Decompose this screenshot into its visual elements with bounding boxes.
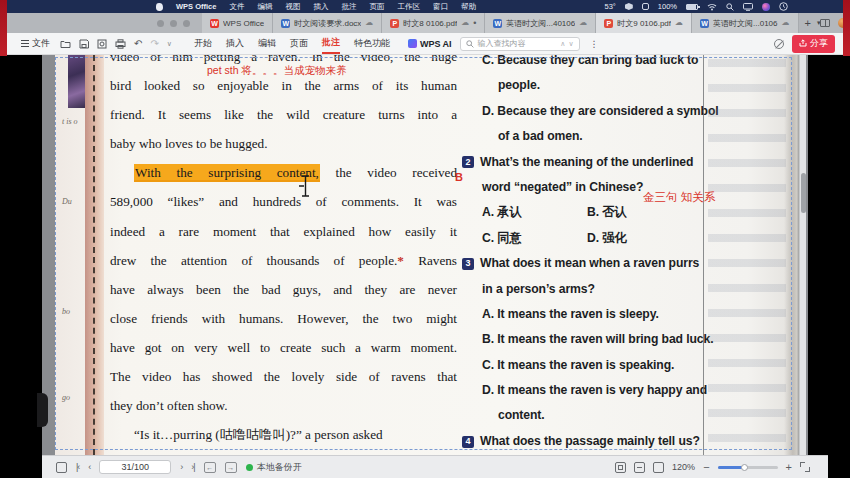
ribbon-tab-编辑[interactable]: 编辑 [258,33,276,54]
statusbar-left: |‹ ‹ 31/100 › ›| ← → 本地备份开 [42,460,302,474]
cloud-sync-icon: ☁ [782,19,790,27]
fit-width-icon[interactable] [634,462,645,473]
option: C. It means the raven is speaking. [462,353,712,378]
question-text: What does the passage mainly tell us? [480,429,700,454]
display-mirror-icon[interactable] [743,3,753,11]
tab-4[interactable]: P时文9 0106.pdf☁ [596,13,692,33]
pdf-canvas[interactable]: t is oDubogo video of him petting a rave… [42,55,808,455]
sidebar-toggle-handle[interactable] [37,393,48,427]
menu-item-4[interactable]: 批注 [341,2,356,12]
page-view-icon[interactable] [56,462,67,473]
next-view-icon[interactable]: → [225,462,237,473]
minimize-window-button[interactable] [170,20,177,27]
ribbon-tab-批注[interactable]: 批注 [322,33,340,54]
zoom-out-button[interactable]: − [703,461,709,473]
fullscreen-icon[interactable] [800,462,810,472]
ribbon-tab-开始[interactable]: 开始 [194,33,212,54]
search-icon [466,40,474,48]
option: C. Because they can bring bad luck to [462,55,712,73]
backup-on-dot [246,464,253,471]
backup-status[interactable]: 本地备份开 [246,461,302,474]
page-showthrough [708,59,786,451]
menu-item-8[interactable]: 帮助 [461,2,476,12]
fit-page-icon[interactable] [615,462,626,473]
passage-line: “Is it…purring (咕噜咕噜叫)?” a person asked [110,420,457,449]
option: B. It means the raven will bring bad luc… [462,327,712,352]
menu-item-3[interactable]: 插入 [313,2,328,12]
control-center-clock-icon[interactable] [779,2,788,11]
cut-line [93,55,95,455]
ribbon-tab-特色功能[interactable]: 特色功能 [354,33,390,54]
find-prev-next-icons[interactable]: ∧∨ [560,40,573,48]
wifi-icon[interactable] [707,3,717,11]
scrollbar-thumb[interactable] [801,173,806,213]
close-window-button[interactable] [157,20,164,27]
tab-1[interactable]: W时文阅读要求.docx☁ [273,13,382,33]
zoom-in-button[interactable]: + [786,461,792,473]
menu-item-2[interactable]: 视图 [285,2,300,12]
next-page-button[interactable]: › [180,462,182,472]
ribbon-tab-插入[interactable]: 插入 [226,33,244,54]
menu-item-7[interactable]: 窗口 [433,2,448,12]
ribbon-tab-页面[interactable]: 页面 [290,33,308,54]
wps-ai-button[interactable]: WPS AI [400,39,460,49]
tab-3[interactable]: W英语时文阅...40106☁ [485,13,596,33]
handwritten-vocab-note: pet sth 将。。。当成宠物来养 [207,64,346,78]
siri-icon[interactable] [762,3,770,11]
wps-ai-label: WPS AI [420,39,452,49]
passage-text: video of him petting a raven. In the vid… [110,55,457,64]
question-number-badge: 2 [462,156,474,168]
weather-status[interactable]: 53° [604,2,615,11]
menu-app-name[interactable]: WPS Office [176,2,216,11]
share-button[interactable]: 分享 [792,35,835,53]
question-text-cont: content. [462,403,712,428]
option: A. It means the raven is sleepy. [462,302,712,327]
passage-text: drew the attention of thousands of peopl… [110,253,397,268]
menu-item-1[interactable]: 编辑 [257,2,272,12]
menu-item-0[interactable]: 文件 [229,2,244,12]
toolbar-more-chevron-icon[interactable]: ∨ [167,40,172,48]
zoom-slider-knob[interactable] [741,464,748,471]
find-input[interactable]: 输入查找内容 ∧∨ [460,37,580,51]
split-view-icon[interactable] [820,19,830,27]
tab-2[interactable]: P时文8 0106.pdf☁• [382,13,485,33]
passage-text: 589,000 “likes” and hundreds of comments… [110,194,457,209]
redo-icon[interactable]: ↷ [150,38,158,49]
app-status-icon[interactable] [625,3,633,10]
tab-0[interactable]: WWPS Office [202,13,273,33]
tab-5[interactable]: W英语时文阅...0106☁ [692,13,798,33]
zoom-level[interactable]: 120% [672,462,695,472]
prev-page-button[interactable]: ‹ [88,462,90,472]
screenshot-status-icon[interactable] [642,3,649,10]
battery-icon[interactable] [686,4,698,10]
statusbar-right: 120% − + [615,461,828,473]
single-page-icon[interactable] [653,462,664,473]
option: D. Because they are considered a symbol [462,99,712,124]
print-preview-icon[interactable] [97,39,107,49]
prev-view-icon[interactable]: ← [204,462,216,473]
zoom-window-button[interactable] [183,20,190,27]
share-label: 分享 [810,37,828,50]
save-icon[interactable] [79,39,89,49]
file-menu-button[interactable]: 文件 [7,37,60,50]
menu-item-6[interactable]: 工作区 [397,2,420,12]
undo-icon[interactable]: ↶ [134,38,142,49]
no-trace-mode-icon[interactable] [774,39,784,49]
first-page-button[interactable]: |‹ [76,462,79,472]
apple-menu-icon[interactable] [156,3,163,11]
print-icon[interactable] [115,39,126,49]
highlighted-text[interactable]: With the surprising content, [134,164,320,180]
spotlight-search-icon[interactable] [726,3,734,11]
menu-item-5[interactable]: 页面 [369,2,384,12]
tab-label: WPS Office [223,19,264,28]
passage-column: video of him petting a raven. In the vid… [110,55,457,449]
question: 3What does it mean when a raven purrs [462,251,712,276]
last-page-button[interactable]: ›| [191,462,194,472]
find-more-icon[interactable]: ⋮ [580,39,610,49]
open-file-icon[interactable] [60,39,71,49]
zoom-slider[interactable] [718,466,778,469]
new-tab-button[interactable]: + [799,17,817,29]
page-number-input[interactable]: 31/100 [99,460,171,474]
vertical-scrollbar[interactable] [799,55,806,455]
option-b: D. 强化 [587,231,626,245]
